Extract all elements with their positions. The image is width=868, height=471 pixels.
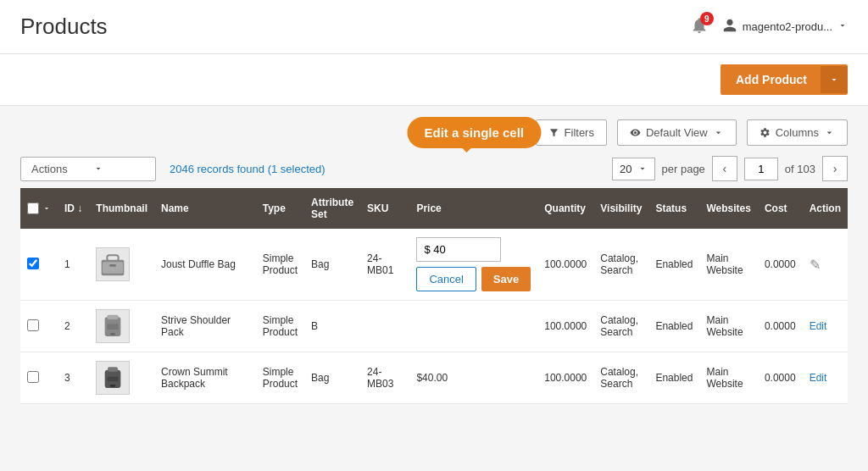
row-2-price (409, 301, 537, 352)
row-2-quantity: 100.0000 (537, 301, 593, 352)
row-2-websites: MainWebsite (699, 301, 757, 352)
products-table: ID ↓ Thumbnail Name Type AttributeSet SK… (20, 188, 848, 404)
row-1-attribute-set: Bag (304, 229, 360, 301)
inline-save-button[interactable]: Save (481, 267, 531, 291)
th-websites: Websites (699, 188, 757, 229)
row-1-visibility: Catalog,Search (593, 229, 648, 301)
row-1-action-cell: ✎ (803, 229, 848, 301)
th-thumbnail: Thumbnail (89, 188, 154, 229)
view-chevron-icon (713, 127, 724, 138)
row-3-price: $40.00 (409, 352, 537, 404)
records-info: 2046 records found (1 selected) (170, 163, 326, 175)
row-3-thumbnail (96, 361, 130, 395)
select-all-checkbox[interactable] (27, 202, 39, 214)
th-visibility: Visibility (593, 188, 648, 229)
row-2-thumbnail-cell (89, 301, 154, 352)
total-pages: of 103 (785, 163, 815, 175)
row-1-status: Enabled (648, 229, 699, 301)
header-right: 9 magento2-produ... (690, 16, 848, 37)
svg-rect-1 (108, 255, 119, 261)
row-2-checkbox[interactable] (27, 319, 39, 331)
row-2-status: Enabled (648, 301, 699, 352)
row-3-checkbox-cell (20, 352, 58, 404)
filters-label: Filters (565, 126, 594, 139)
user-menu-chevron-icon (837, 20, 848, 33)
eye-icon (630, 127, 641, 138)
th-checkbox (20, 188, 58, 229)
inline-price-input[interactable] (416, 237, 501, 262)
per-page-label: per page (662, 163, 705, 175)
row-3-id: 3 (58, 352, 89, 404)
per-page-select[interactable]: 20 (612, 158, 654, 180)
th-type: Type (256, 188, 304, 229)
row-1-checkbox[interactable] (27, 258, 39, 269)
th-cost: Cost (758, 188, 803, 229)
row-2-name: Strive Shoulder Pack (154, 301, 256, 352)
row-3-type: SimpleProduct (256, 352, 304, 404)
pagination: 20 per page ‹ of 103 › (612, 156, 848, 181)
th-name: Name (154, 188, 256, 229)
columns-button[interactable]: Columns (747, 119, 848, 146)
row-1-sku: 24-MB01 (360, 229, 409, 301)
selected-count: (1 selected) (268, 163, 326, 175)
row-3-checkbox[interactable] (27, 371, 39, 383)
inline-edit-container: Cancel Save (416, 237, 531, 291)
notification-bell[interactable]: 9 (690, 16, 709, 37)
th-attribute-set: AttributeSet (304, 188, 360, 229)
default-view-button[interactable]: Default View (617, 119, 737, 146)
columns-label: Columns (776, 126, 819, 139)
content-area: Edit a single cell Filters Default View … (0, 106, 868, 418)
row-3-cost: 0.0000 (758, 352, 803, 404)
th-price: Price (409, 188, 537, 229)
columns-chevron-icon (824, 127, 835, 138)
table-row: 3 Crown Summit Backpack SimpleProduct Ba… (20, 352, 848, 404)
backpack-thumbnail-icon (99, 313, 126, 340)
filter-icon (548, 127, 559, 138)
filters-button[interactable]: Filters (536, 119, 607, 146)
row-2-edit-link[interactable]: Edit (810, 320, 827, 332)
row-3-sku: 24-MB03 (360, 352, 409, 404)
row-2-type: SimpleProduct (256, 301, 304, 352)
row-3-name: Crown Summit Backpack (154, 352, 256, 404)
actions-bar: Actions 2046 records found (1 selected) … (20, 156, 848, 181)
row-3-attribute-set: Bag (304, 352, 360, 404)
th-status: Status (648, 188, 699, 229)
row-3-action-cell: Edit (803, 352, 848, 404)
actions-dropdown[interactable]: Actions (20, 157, 156, 181)
row-1-cost: 0.0000 (758, 229, 803, 301)
row-2-attribute-set: B (304, 301, 360, 352)
next-page-button[interactable]: › (822, 156, 848, 181)
records-count: 2046 records found (170, 163, 264, 175)
inline-edit-actions: Cancel Save (416, 267, 531, 291)
user-name: magento2-produ... (743, 20, 832, 33)
row-2-sku (360, 301, 409, 352)
row-3-websites: MainWebsite (699, 352, 757, 404)
svg-rect-9 (108, 367, 118, 371)
row-1-thumbnail-cell (89, 229, 154, 301)
th-quantity: Quantity (537, 188, 593, 229)
row-2-id: 2 (58, 301, 89, 352)
row-3-visibility: Catalog,Search (593, 352, 648, 404)
table-row: 2 Strive Shoulder Pack SimpleProduct B (20, 301, 848, 352)
row-1-edit-icon[interactable]: ✎ (810, 258, 821, 272)
add-product-button[interactable]: Add Product (721, 64, 848, 95)
user-menu[interactable]: magento2-produ... (722, 18, 848, 36)
page-number-input[interactable] (744, 158, 778, 180)
tooltip-text: Edit a single cell (424, 125, 524, 140)
prev-page-button[interactable]: ‹ (712, 156, 737, 181)
row-2-cost: 0.0000 (758, 301, 803, 352)
add-product-dropdown-arrow[interactable] (821, 66, 848, 93)
row-checkbox-cell (20, 229, 58, 301)
summit-backpack-icon (99, 364, 126, 391)
gear-icon (760, 127, 771, 138)
inline-cancel-button[interactable]: Cancel (416, 267, 476, 291)
row-2-thumbnail (96, 309, 130, 343)
th-checkbox-chevron-icon (42, 204, 51, 213)
view-label: Default View (646, 126, 708, 139)
row-1-id: 1 (58, 229, 89, 301)
actions-label: Actions (31, 163, 68, 175)
top-toolbar: Add Product (0, 54, 868, 106)
row-3-edit-link[interactable]: Edit (810, 372, 827, 384)
row-1-websites: MainWebsite (699, 229, 757, 301)
row-3-quantity: 100.0000 (537, 352, 593, 404)
